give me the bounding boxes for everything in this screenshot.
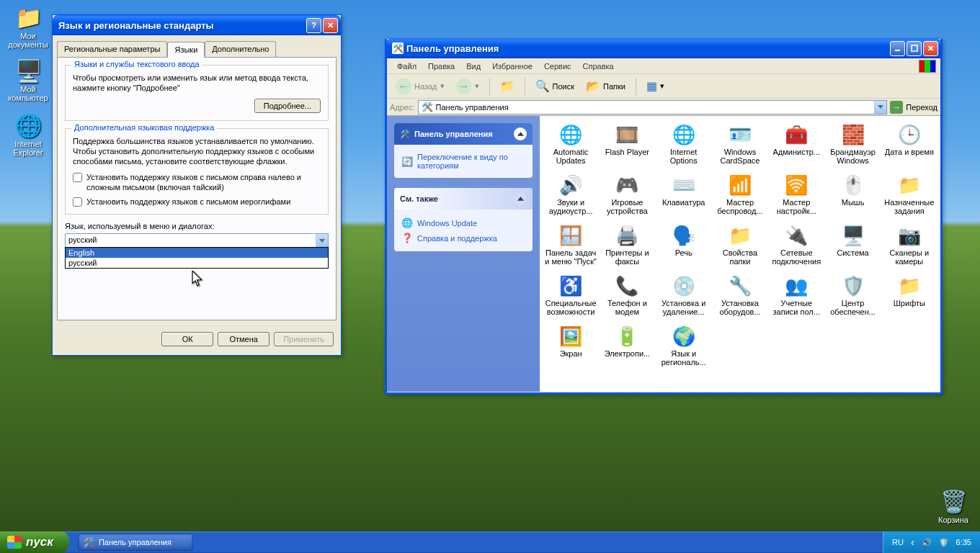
taskbar-button-control-panel[interactable]: 🛠️ Панель управления [78, 534, 193, 551]
language-combo[interactable]: русский English русский [65, 233, 329, 248]
menu-edit[interactable]: Правка [422, 60, 460, 73]
control-panel-item[interactable]: 🖼️Экран [543, 323, 599, 374]
start-button[interactable]: пуск [0, 531, 69, 553]
combo-option-english[interactable]: English [66, 248, 328, 258]
menu-favorites[interactable]: Избранное [486, 60, 538, 73]
control-panel-item[interactable]: 📁Шрифты [881, 273, 937, 323]
control-panel-item[interactable]: 🖱️Мышь [824, 172, 881, 222]
control-panel-item[interactable]: 💿Установка и удаление... [656, 273, 712, 323]
check-east-asian[interactable]: Установить поддержку языков с письмом ие… [73, 197, 321, 207]
side-panel-title: См. также [400, 194, 438, 203]
control-panel-item[interactable]: 👥Учетные записи пол... [768, 273, 824, 323]
help-support-link[interactable]: ❓ Справка и поддержка [401, 230, 525, 246]
my-documents-icon[interactable]: 📁Мои документы [4, 4, 52, 49]
address-dropdown-button[interactable] [874, 101, 886, 114]
control-panel-item[interactable]: 🧱Брандмауэр Windows [824, 122, 881, 172]
globe-icon: 🌐 [401, 217, 413, 228]
svg-rect-0 [895, 50, 900, 51]
details-button[interactable]: Подробнее... [254, 99, 321, 113]
tab-advanced[interactable]: Дополнительно [205, 41, 276, 57]
tray-expand-icon[interactable]: ‹ [911, 536, 914, 548]
control-panel-item[interactable]: ♿Специальные возможности [543, 273, 599, 323]
help-icon: ❓ [401, 233, 413, 243]
tab-regional[interactable]: Региональные параметры [57, 41, 167, 57]
control-panel-item[interactable]: 📷Сканеры и камеры [881, 222, 937, 273]
go-button[interactable]: → Переход [890, 101, 937, 114]
side-panel-see-also: См. также 🌐 Windows Update ❓ Справка и п… [394, 188, 533, 251]
side-panel-header[interactable]: 🛠️ Панель управления [394, 123, 533, 145]
language-indicator[interactable]: RU [892, 538, 904, 547]
help-button[interactable]: ? [306, 18, 321, 33]
recycle-bin-icon[interactable]: 🗑️Корзина [930, 488, 977, 524]
control-panel-item[interactable]: 🖥️Система [824, 222, 881, 273]
control-panel-item[interactable]: 🔧Установка оборудов... [712, 273, 768, 323]
ok-button[interactable]: ОК [161, 332, 213, 346]
control-panel-item[interactable]: 🌐Automatic Updates [543, 122, 599, 172]
internet-explorer-icon[interactable]: 🌐Internet Explorer [4, 112, 52, 157]
combo-option-russian[interactable]: русский [66, 258, 328, 268]
control-panel-item[interactable]: 🎞️Flash Player [599, 122, 655, 172]
control-panel-item[interactable]: 🛜Мастер настройк... [768, 172, 824, 222]
cp-item-label: Сканеры и камеры [883, 248, 935, 266]
control-panel-item[interactable]: ⌨️Клавиатура [656, 172, 712, 222]
windows-update-link[interactable]: 🌐 Windows Update [401, 215, 525, 230]
control-panel-item[interactable]: 📞Телефон и модем [599, 273, 655, 323]
menu-view[interactable]: Вид [460, 60, 486, 73]
explorer-sidebar: 🛠️ Панель управления 🔄 Переключение к ви… [387, 116, 540, 392]
maximize-button[interactable] [906, 41, 922, 56]
cancel-button[interactable]: Отмена [218, 332, 270, 346]
combo-value[interactable]: русский [65, 233, 329, 248]
my-computer-icon[interactable]: 🖥️Мой компьютер [4, 58, 52, 102]
dialog-titlebar[interactable]: Язык и региональные стандарты ? ✕ [53, 15, 341, 35]
link-label: Переключение к виду по категориям [417, 153, 525, 170]
control-panel-item[interactable]: 🎮Игровые устройства [599, 172, 655, 222]
tray-volume-icon[interactable]: 🔊 [922, 538, 932, 547]
close-button[interactable]: ✕ [923, 41, 938, 56]
tab-languages[interactable]: Языки [167, 42, 205, 58]
views-button[interactable]: ▦ ▾ [642, 76, 669, 96]
tray-shield-icon[interactable]: 🛡️ [939, 538, 949, 547]
control-panel-item[interactable]: 📶Мастер беспровод... [712, 172, 768, 222]
control-panel-item[interactable]: 🖨️Принтеры и факсы [599, 222, 655, 273]
switch-category-view-link[interactable]: 🔄 Переключение к виду по категориям [401, 150, 525, 172]
control-panel-item[interactable]: 🕒Дата и время [881, 122, 937, 172]
control-panel-item[interactable]: 🛡️Центр обеспечен... [824, 273, 881, 323]
side-panel-header[interactable]: См. также [394, 188, 533, 210]
search-button[interactable]: 🔍 Поиск [531, 76, 579, 96]
menu-tools[interactable]: Сервис [538, 60, 577, 73]
cp-item-label: Свойства папки [714, 248, 766, 266]
control-panel-item[interactable]: 🔋Электропи... [599, 323, 655, 374]
up-button[interactable]: 📁 [496, 76, 519, 96]
menu-file[interactable]: Файл [391, 60, 422, 73]
checkbox-cjk[interactable] [73, 197, 82, 207]
control-panel-item[interactable]: 🔌Сетевые подключения [768, 222, 824, 273]
check-rtl-complex[interactable]: Установить поддержку языков с письмом сп… [73, 172, 321, 192]
explorer-titlebar[interactable]: 🛠️ Панель управления ✕ [386, 38, 941, 58]
control-panel-icon: 🛠️ [392, 42, 404, 54]
control-panel-item[interactable]: 🌐Internet Options [656, 122, 712, 172]
minimize-button[interactable] [890, 41, 905, 56]
close-button[interactable]: ✕ [323, 18, 338, 33]
collapse-button[interactable] [514, 192, 527, 205]
tray-clock[interactable]: 6:35 [956, 538, 971, 547]
collapse-button[interactable] [514, 127, 527, 140]
cp-item-label: Специальные возможности [545, 299, 597, 316]
cp-item-icon: 🌐 [672, 123, 695, 146]
control-panel-item[interactable]: 📁Свойства папки [712, 222, 768, 273]
control-panel-item[interactable]: 📁Назначенные задания [881, 172, 937, 222]
control-panel-item[interactable]: 🧰Администр... [768, 122, 824, 172]
address-input[interactable]: 🛠️ Панель управления [418, 100, 888, 114]
back-button[interactable]: ← Назад ▾ [391, 76, 449, 97]
menu-bar: Файл Правка Вид Избранное Сервис Справка [387, 58, 940, 74]
checkbox-rtl[interactable] [73, 173, 82, 182]
control-panel-item[interactable]: 🌍Язык и региональ... [656, 323, 712, 374]
control-panel-item[interactable]: 🗣️Речь [656, 222, 712, 273]
forward-button[interactable]: → ▾ [452, 76, 484, 97]
control-panel-item[interactable]: 🪟Панель задач и меню "Пуск" [543, 222, 599, 273]
folders-button[interactable]: 📂 Папки [582, 76, 630, 96]
control-panel-item[interactable]: 🪪Windows CardSpace [712, 122, 768, 172]
combo-dropdown-button[interactable] [316, 234, 328, 247]
menu-help[interactable]: Справка [577, 60, 620, 73]
control-panel-item[interactable]: 🔊Звуки и аудиоустр... [543, 172, 599, 222]
cp-item-icon: 💿 [672, 274, 695, 297]
